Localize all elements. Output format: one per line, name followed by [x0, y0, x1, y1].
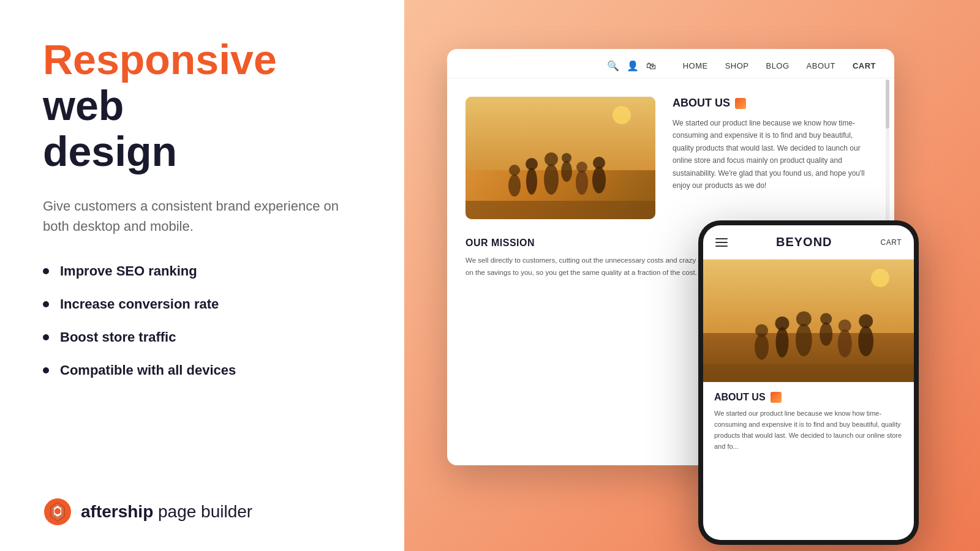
desktop-content: ABOUT US We started our product line bec…	[447, 78, 894, 238]
mobile-inner: BEYOND CART	[703, 225, 914, 540]
mobile-about-title-text: ABOUT US	[714, 392, 766, 403]
aftership-logo-icon	[43, 497, 72, 527]
svg-point-3	[508, 174, 521, 197]
right-panel: 🔍 👤 🛍 HOME SHOP BLOG ABOUT CART	[404, 0, 980, 551]
feature-label: Compatible with all devices	[60, 362, 236, 378]
user-icon[interactable]: 👤	[627, 60, 639, 72]
desktop-image-block	[466, 97, 655, 219]
svg-point-1	[55, 508, 61, 514]
mobile-hero-image	[703, 260, 914, 382]
svg-point-22	[820, 323, 832, 346]
svg-point-8	[545, 152, 558, 166]
mobile-about-title: ABOUT US	[714, 392, 903, 403]
mobile-nav: BEYOND CART	[703, 225, 914, 260]
headline-dark: webdesign	[43, 82, 177, 174]
feature-item-conversion: Increase conversion rate	[43, 296, 361, 312]
nav-links: HOME SHOP BLOG ABOUT CART	[683, 61, 876, 70]
svg-point-10	[562, 153, 571, 163]
svg-point-16	[755, 334, 769, 360]
svg-point-21	[796, 311, 812, 326]
svg-point-13	[592, 167, 606, 193]
left-panel: Responsive webdesign Give customers a co…	[0, 0, 404, 551]
bullet-icon	[43, 301, 49, 307]
svg-point-27	[859, 314, 873, 328]
feature-label: Improve SEO ranking	[60, 263, 197, 279]
nav-blog[interactable]: BLOG	[766, 61, 789, 70]
svg-point-7	[544, 164, 559, 195]
about-title-text: ABOUT US	[673, 97, 730, 110]
desktop-nav: 🔍 👤 🛍 HOME SHOP BLOG ABOUT CART	[447, 49, 894, 78]
feature-label: Boost store traffic	[60, 329, 176, 345]
bullet-icon	[43, 334, 49, 340]
svg-point-23	[820, 313, 832, 324]
ham-line	[715, 238, 728, 239]
svg-point-9	[561, 161, 572, 182]
svg-point-5	[526, 168, 537, 195]
feature-item-traffic: Boost store traffic	[43, 329, 361, 345]
desktop-hero-image	[466, 97, 655, 219]
headline: Responsive webdesign	[43, 37, 361, 174]
svg-point-26	[858, 326, 873, 356]
svg-point-6	[526, 158, 538, 170]
subtitle: Give customers a consistent brand experi…	[43, 196, 361, 236]
about-text: We started our product line because we k…	[673, 117, 876, 192]
svg-point-14	[593, 157, 605, 169]
svg-point-18	[775, 327, 788, 358]
mobile-about-section: ABOUT US We started our product line bec…	[703, 382, 914, 540]
bullet-icon	[43, 268, 49, 274]
feature-item-seo: Improve SEO ranking	[43, 263, 361, 279]
brand-text: aftership page builder	[81, 502, 252, 522]
nav-about[interactable]: ABOUT	[807, 61, 835, 70]
about-title: ABOUT US	[673, 97, 876, 110]
mobile-cart-button[interactable]: CART	[881, 238, 902, 247]
cart-icon[interactable]: 🛍	[646, 61, 656, 72]
ham-line	[715, 246, 728, 247]
mobile-mockup: BEYOND CART	[698, 220, 919, 545]
branding: aftership page builder	[43, 497, 361, 527]
headline-orange: Responsive	[43, 36, 277, 83]
feature-label: Increase conversion rate	[60, 296, 219, 312]
scrollbar-thumb[interactable]	[886, 80, 889, 129]
svg-point-25	[839, 320, 851, 332]
orange-square-icon	[735, 98, 746, 109]
mobile-brand-name: BEYOND	[776, 235, 832, 249]
desktop-about-section: ABOUT US We started our product line bec…	[673, 97, 876, 219]
feature-item-devices: Compatible with all devices	[43, 362, 361, 378]
search-icon[interactable]: 🔍	[607, 60, 619, 72]
mobile-about-text: We started our product line because we k…	[714, 408, 903, 452]
svg-point-11	[576, 170, 588, 195]
nav-icons: 🔍 👤 🛍	[607, 60, 656, 72]
nav-home[interactable]: HOME	[683, 61, 708, 70]
people-silhouette	[466, 127, 655, 219]
left-content: Responsive webdesign Give customers a co…	[43, 37, 361, 395]
brand-name: aftership	[81, 502, 153, 521]
ham-line	[715, 242, 728, 243]
sun-decoration	[612, 106, 631, 124]
hamburger-menu-icon[interactable]	[715, 238, 728, 247]
svg-point-4	[509, 165, 520, 176]
svg-point-12	[576, 162, 587, 173]
nav-shop[interactable]: SHOP	[725, 61, 749, 70]
svg-point-19	[775, 317, 790, 331]
svg-point-24	[838, 329, 852, 358]
nav-cart[interactable]: CART	[853, 61, 876, 70]
feature-list: Improve SEO ranking Increase conversion …	[43, 263, 361, 378]
mobile-orange-square-icon	[771, 392, 782, 403]
svg-point-20	[796, 323, 812, 356]
mobile-people-silhouette	[703, 284, 914, 382]
bullet-icon	[43, 367, 49, 373]
brand-suffix: page builder	[153, 502, 252, 521]
svg-point-17	[755, 324, 768, 337]
svg-rect-2	[466, 201, 655, 219]
svg-rect-15	[703, 364, 914, 382]
